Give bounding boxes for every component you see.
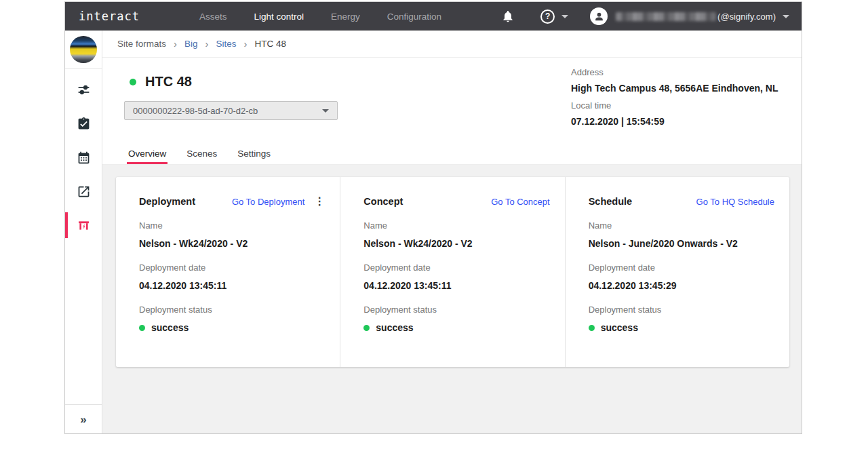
go-to-deployment-link[interactable]: Go To Deployment <box>232 197 304 207</box>
overview-content: Deployment Go To Deployment ⋮ Name Nelso… <box>102 165 802 434</box>
left-sidebar: » <box>65 31 102 434</box>
schedule-date-value: 04.12.2020 13:45:29 <box>589 280 774 291</box>
deployment-date-label: Deployment date <box>363 262 549 273</box>
double-chevron-right-icon: » <box>80 413 86 427</box>
tune-icon <box>77 83 91 97</box>
top-navigation-bar: interact Assets Light control Energy Con… <box>65 2 802 31</box>
device-id-dropdown[interactable]: 0000000222-98-5d-ad-70-d2-cb <box>124 101 338 120</box>
sidebar-item-calendar[interactable] <box>65 140 102 174</box>
deployment-status-value: success <box>151 322 189 333</box>
user-email-suffix: (@signify.com) <box>717 12 776 22</box>
tab-settings[interactable]: Settings <box>236 142 272 164</box>
topbar-right-cluster: ? (@signify.com) <box>501 7 789 25</box>
local-time-value: 07.12.2020 | 15:54:59 <box>571 116 778 127</box>
breadcrumb-site-formats[interactable]: Site formats <box>117 39 166 49</box>
sidebar-item-tasks[interactable] <box>65 106 102 140</box>
concept-date-value: 04.12.2020 13:45:11 <box>363 280 549 291</box>
nav-item-configuration[interactable]: Configuration <box>387 12 441 22</box>
deployment-date-label: Deployment date <box>589 262 774 273</box>
more-options-icon[interactable]: ⋮ <box>314 196 325 207</box>
deployment-status-label: Deployment status <box>139 305 325 315</box>
deployment-section: Deployment Go To Deployment ⋮ Name Nelso… <box>116 177 340 367</box>
person-icon <box>593 11 605 22</box>
deployment-date-value: 04.12.2020 13:45:11 <box>139 280 325 291</box>
deployment-status-label: Deployment status <box>589 305 774 315</box>
success-status-dot <box>589 325 595 331</box>
nav-item-light-control[interactable]: Light control <box>254 12 304 22</box>
concept-section: Concept Go To Concept Name Nelson - Wk24… <box>340 177 564 367</box>
user-avatar[interactable] <box>590 7 608 25</box>
breadcrumb-separator-icon: › <box>205 38 209 50</box>
name-label: Name <box>139 220 325 231</box>
breadcrumb-sites[interactable]: Sites <box>216 39 237 49</box>
sidebar-item-tune[interactable] <box>65 73 102 106</box>
name-label: Name <box>589 220 774 231</box>
device-id-value: 0000000222-98-5d-ad-70-d2-cb <box>133 106 322 116</box>
name-label: Name <box>363 220 549 231</box>
nav-item-energy[interactable]: Energy <box>331 12 360 22</box>
success-status-dot <box>363 325 370 331</box>
sidebar-icon-list <box>65 69 102 242</box>
sidebar-item-deployment[interactable] <box>65 208 102 242</box>
main-area: Site formats › Big › Sites › HTC 48 HTC … <box>102 31 802 434</box>
deployment-name-value: Nelson - Wk24/2020 - V2 <box>139 238 325 249</box>
go-to-hq-schedule-link[interactable]: Go To HQ Schedule <box>696 197 774 207</box>
notifications-bell-icon[interactable] <box>501 9 515 24</box>
user-menu-caret-icon[interactable] <box>783 15 789 18</box>
nav-item-assets[interactable]: Assets <box>199 12 227 22</box>
page-title: HTC 48 <box>145 74 192 90</box>
overview-card: Deployment Go To Deployment ⋮ Name Nelso… <box>116 177 789 367</box>
site-header: HTC 48 0000000222-98-5d-ad-70-d2-cb Addr… <box>102 58 802 142</box>
success-status-dot <box>139 325 145 331</box>
calendar-icon <box>77 151 91 165</box>
site-thumbnail[interactable] <box>70 36 97 63</box>
concept-name-value: Nelson - Wk24/2020 - V2 <box>363 238 549 249</box>
chevron-down-icon <box>322 109 329 113</box>
breadcrumb-separator-icon: › <box>244 38 248 50</box>
go-to-concept-link[interactable]: Go To Concept <box>491 197 549 207</box>
app-window: interact Assets Light control Energy Con… <box>64 1 802 434</box>
address-value: High Tech Campus 48, 5656AE Eindhoven, N… <box>571 83 778 94</box>
clipboard-check-icon <box>77 117 91 131</box>
concept-status-value: success <box>376 322 413 333</box>
schedule-name-value: Nelson - June/2020 Onwards - V2 <box>589 238 774 249</box>
breadcrumb-current-page: HTC 48 <box>255 39 287 49</box>
site-online-status-dot <box>130 79 136 85</box>
sidebar-collapse-button[interactable]: » <box>65 404 102 434</box>
site-photo-cell <box>65 31 102 69</box>
open-in-new-icon <box>77 184 91 199</box>
tab-scenes[interactable]: Scenes <box>185 142 218 164</box>
sidebar-item-export[interactable] <box>65 174 102 208</box>
breadcrumb: Site formats › Big › Sites › HTC 48 <box>102 31 802 58</box>
local-time-label: Local time <box>571 100 778 111</box>
concept-title: Concept <box>363 196 491 207</box>
breadcrumb-separator-icon: › <box>174 38 177 50</box>
deployment-title: Deployment <box>139 196 232 207</box>
help-icon[interactable]: ? <box>540 9 555 24</box>
tab-overview[interactable]: Overview <box>127 142 167 164</box>
user-email-redacted <box>616 12 716 21</box>
deployment-status-label: Deployment status <box>363 305 549 315</box>
deployment-date-label: Deployment date <box>139 262 325 273</box>
help-caret-icon[interactable] <box>561 15 568 18</box>
tab-bar: Overview Scenes Settings <box>102 142 802 165</box>
deployment-icon <box>77 218 91 233</box>
schedule-status-value: success <box>601 322 638 333</box>
schedule-section: Schedule Go To HQ Schedule Name Nelson -… <box>565 177 789 367</box>
schedule-title: Schedule <box>589 196 696 207</box>
interact-logo[interactable]: interact <box>79 9 140 23</box>
address-label: Address <box>571 67 778 77</box>
help-menu[interactable]: ? <box>540 9 568 24</box>
main-nav: Assets Light control Energy Configuratio… <box>199 12 441 22</box>
address-block: Address High Tech Campus 48, 5656AE Eind… <box>571 67 778 134</box>
breadcrumb-big[interactable]: Big <box>184 39 198 49</box>
